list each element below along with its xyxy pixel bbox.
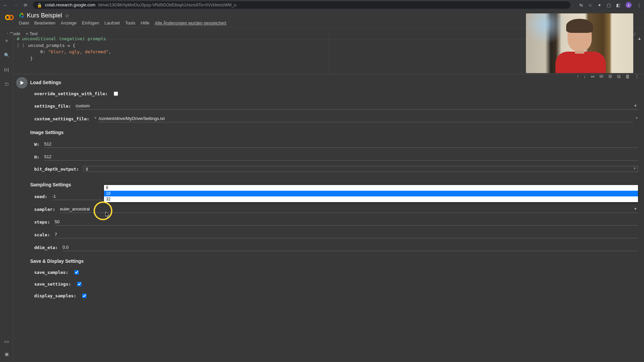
- variables-icon[interactable]: {x}: [4, 67, 9, 72]
- label-settings-file: settings_file:: [34, 104, 71, 109]
- colab-logo-icon[interactable]: [3, 11, 15, 23]
- extensions-icon[interactable]: ✦: [598, 3, 601, 8]
- left-rail: ≡ 🔍 {x} 🗀 <> ▣: [0, 34, 13, 362]
- menu-laufzeit[interactable]: Laufzeit: [105, 20, 120, 25]
- drive-icon: [19, 12, 24, 19]
- terminal-icon[interactable]: ▣: [5, 352, 9, 357]
- lock-icon: 🔒: [37, 3, 42, 8]
- delete-icon[interactable]: 🗑: [625, 74, 630, 79]
- label-steps: steps:: [34, 220, 50, 225]
- browser-chrome: ← → ⟳ 🔒 colab.research.google.com /drive…: [0, 0, 644, 10]
- run-cell-button[interactable]: [16, 77, 28, 88]
- save-status[interactable]: Alle Änderungen wurden gespeichert: [155, 20, 226, 25]
- url-path: /drive/13G9KHyMviOuJ3pzp-VRd5GObE8xqA1#s…: [98, 3, 236, 7]
- move-up-icon[interactable]: ↑: [577, 74, 579, 79]
- label-h: H:: [34, 155, 40, 160]
- label-custom-file: custom_settings_file:: [34, 116, 89, 121]
- back-icon[interactable]: ←: [3, 3, 8, 8]
- menu-anzeige[interactable]: Anzeige: [61, 20, 76, 25]
- more-icon[interactable]: ⋮: [635, 74, 639, 79]
- command-palette-icon[interactable]: <>: [4, 339, 9, 344]
- sidepanel-icon[interactable]: ◧: [616, 3, 620, 8]
- label-scale: scale:: [34, 232, 50, 237]
- bit-depth-select[interactable]: 8 ▼: [84, 166, 638, 172]
- label-save-settings: save_settings:: [34, 282, 71, 287]
- label-ddim-eta: ddim_eta:: [34, 245, 58, 250]
- translate-icon[interactable]: ⇆: [579, 3, 583, 8]
- label-display-samples: display_samples:: [34, 293, 76, 298]
- doc-title[interactable]: Kurs Beispiel: [27, 12, 62, 19]
- menu-hilfe[interactable]: Hilfe: [141, 20, 149, 25]
- url-host: colab.research.google.com: [45, 3, 95, 7]
- menu-datei[interactable]: Datei: [19, 20, 29, 25]
- display-samples-checkbox[interactable]: [82, 294, 87, 298]
- menu-bearbeiten[interactable]: Bearbeiten: [34, 20, 55, 25]
- bit-depth-option-16[interactable]: 16: [104, 191, 638, 196]
- svg-point-1: [9, 15, 13, 20]
- settings-file-select[interactable]: [76, 102, 638, 110]
- bit-depth-option-8[interactable]: 8: [104, 185, 638, 191]
- reload-icon[interactable]: ⟳: [23, 3, 28, 8]
- gear-icon[interactable]: ⚙: [608, 74, 612, 79]
- form-cell: ↑ ↓ ⇔ ✉ ⚙ ⧉ 🗑 ⋮ Load Settings override_s…: [13, 74, 644, 314]
- link-icon[interactable]: ⇔: [591, 74, 595, 79]
- cell-indicator: [ ]: [17, 43, 24, 48]
- panel-icon[interactable]: ▢: [607, 3, 611, 8]
- move-down-icon[interactable]: ↓: [584, 74, 586, 79]
- forward-icon[interactable]: →: [13, 3, 18, 8]
- bit-depth-dropdown[interactable]: 8 16 32: [104, 185, 638, 202]
- chrome-menu-icon[interactable]: ⋮: [637, 3, 641, 8]
- mirror-icon[interactable]: ⧉: [617, 74, 621, 79]
- section-image-settings: Image Settings: [30, 130, 638, 135]
- save-samples-checkbox[interactable]: [74, 270, 79, 275]
- width-input[interactable]: [44, 140, 638, 148]
- files-icon[interactable]: 🗀: [4, 81, 9, 86]
- height-input[interactable]: [44, 153, 638, 161]
- menu-einfuegen[interactable]: Einfügen: [82, 20, 99, 25]
- scale-input[interactable]: [55, 231, 638, 238]
- cell-toolbar: ↑ ↓ ⇔ ✉ ⚙ ⧉ 🗑 ⋮: [577, 74, 639, 79]
- sampler-select[interactable]: [60, 205, 638, 213]
- label-w: W:: [34, 142, 40, 147]
- toc-icon[interactable]: ≡: [5, 38, 8, 43]
- label-override: override_settings_with_file:: [34, 91, 108, 96]
- search-icon[interactable]: 🔍: [4, 53, 9, 58]
- save-settings-checkbox[interactable]: [77, 282, 82, 286]
- override-checkbox[interactable]: [114, 92, 118, 96]
- profile-avatar[interactable]: a: [626, 2, 632, 8]
- label-bit-depth: bit_depth_output:: [34, 167, 79, 172]
- star-icon[interactable]: ☆: [65, 12, 69, 19]
- bookmark-icon[interactable]: ☆: [588, 3, 592, 8]
- address-bar[interactable]: 🔒 colab.research.google.com /drive/13G9K…: [33, 1, 571, 9]
- ddim-eta-input[interactable]: [62, 244, 638, 251]
- menu-tools[interactable]: Tools: [125, 20, 135, 25]
- comment-icon[interactable]: ✉: [599, 74, 603, 79]
- label-sampler: sampler:: [34, 207, 55, 212]
- webcam-overlay: [526, 13, 633, 73]
- section-save-display: Save & Display Settings: [30, 258, 638, 264]
- bit-depth-option-32[interactable]: 32: [104, 196, 638, 202]
- custom-file-input[interactable]: [99, 115, 633, 122]
- section-load-settings: Load Settings: [30, 80, 638, 85]
- label-seed: seed:: [34, 194, 47, 199]
- steps-input[interactable]: [55, 218, 638, 226]
- label-save-samples: save_samples:: [34, 270, 68, 275]
